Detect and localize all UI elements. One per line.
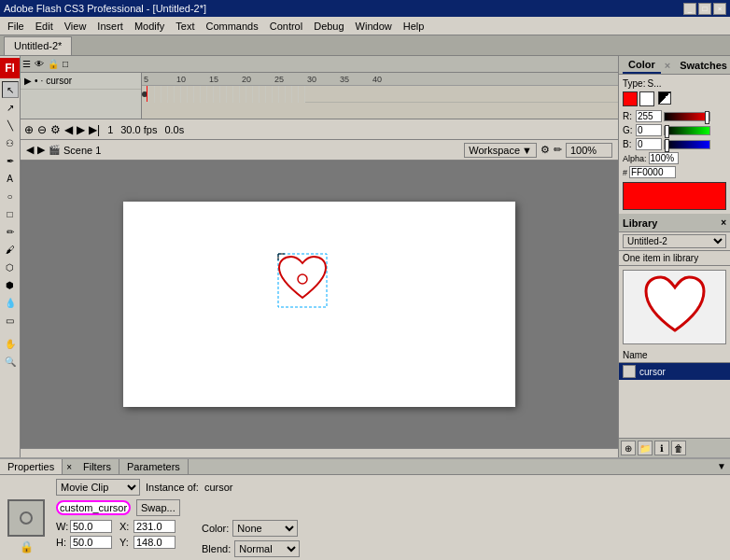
menu-text[interactable]: Text (170, 19, 200, 34)
tab-filters[interactable]: Filters (76, 459, 119, 474)
color-select[interactable]: None (232, 520, 298, 537)
alpha-input[interactable] (649, 152, 679, 164)
b-slider[interactable] (664, 140, 710, 149)
g-thumb[interactable] (665, 125, 669, 138)
cursor-heart-shape[interactable] (277, 253, 329, 309)
rect-tool[interactable]: □ (2, 205, 19, 222)
tab-parameters[interactable]: Parameters (119, 459, 189, 474)
props-tab-close-1[interactable]: × (63, 459, 76, 474)
frame-23[interactable] (286, 86, 292, 103)
r-slider[interactable] (664, 112, 710, 121)
delete-layer-icon[interactable]: ⊖ (37, 123, 47, 136)
lib-new-symbol-btn[interactable]: ⊕ (621, 441, 636, 455)
library-item-cursor[interactable]: cursor (619, 363, 730, 380)
lock-icon[interactable]: 🔒 (20, 540, 34, 553)
frame-8[interactable] (188, 86, 194, 103)
hex-input[interactable] (629, 166, 676, 178)
hand-tool[interactable]: ✋ (2, 335, 19, 352)
brush-tool[interactable]: 🖌 (2, 241, 19, 258)
lib-delete-btn[interactable]: 🗑 (671, 441, 686, 455)
back-icon[interactable]: ◀ (26, 144, 34, 156)
add-layer-icon[interactable]: ⊕ (24, 123, 34, 136)
text-tool[interactable]: A (2, 170, 19, 187)
menu-commands[interactable]: Commands (200, 19, 263, 34)
frame-2[interactable] (148, 86, 155, 103)
horizontal-scrollbar[interactable] (21, 448, 618, 457)
swatches-tab[interactable]: Swatches (674, 58, 730, 73)
frame-5[interactable] (168, 86, 175, 103)
menu-control[interactable]: Control (264, 19, 308, 34)
g-slider[interactable] (664, 126, 710, 135)
stage[interactable] (21, 161, 618, 448)
frame-12[interactable] (214, 86, 220, 103)
frame-20[interactable] (266, 86, 273, 103)
g-input[interactable] (636, 124, 662, 136)
ink-tool[interactable]: ⬢ (2, 276, 19, 293)
playhead[interactable] (147, 86, 147, 102)
frame-11[interactable] (207, 86, 214, 103)
layer-row-cursor[interactable]: ▶ • · cursor (21, 73, 141, 90)
arrow-tool[interactable]: ↖ (2, 81, 19, 98)
frame-19[interactable] (260, 86, 266, 103)
zoom-input[interactable] (566, 143, 612, 158)
lasso-tool[interactable]: ⚇ (2, 134, 19, 151)
menu-insert[interactable]: Insert (91, 19, 129, 34)
color-tab[interactable]: Color (623, 57, 661, 74)
blend-select[interactable]: Normal (234, 540, 300, 557)
frame-22[interactable] (279, 86, 286, 103)
layer-props-icon[interactable]: ⚙ (50, 123, 61, 136)
minimize-button[interactable]: _ (683, 3, 696, 15)
b-input[interactable] (636, 138, 662, 150)
lib-new-folder-btn[interactable]: 📁 (638, 441, 653, 455)
menu-debug[interactable]: Debug (308, 19, 349, 34)
prev-frame-icon[interactable]: ◀ (64, 123, 73, 136)
menu-view[interactable]: View (59, 19, 92, 34)
frame-17[interactable] (246, 86, 253, 103)
frame-7[interactable] (181, 86, 188, 103)
frame-24[interactable] (292, 86, 299, 103)
timeline-frame-icon[interactable]: □ (63, 59, 68, 69)
oval-tool[interactable]: ○ (2, 188, 19, 204)
b-thumb[interactable] (665, 139, 669, 152)
r-input[interactable] (636, 110, 662, 122)
menu-window[interactable]: Window (350, 19, 398, 34)
stroke-color-swatch[interactable] (623, 91, 638, 106)
r-thumb[interactable] (705, 111, 709, 124)
instance-name-input[interactable] (56, 500, 131, 515)
frame-9[interactable] (194, 86, 201, 103)
line-tool[interactable]: ╲ (2, 117, 19, 133)
frame-10[interactable] (201, 86, 207, 103)
title-buttons[interactable]: _ □ × (683, 3, 726, 15)
menu-help[interactable]: Help (398, 19, 430, 34)
eyedrop-tool[interactable]: 💧 (2, 294, 19, 311)
restore-button[interactable]: □ (698, 3, 711, 15)
play-icon[interactable]: ▶ (77, 123, 85, 136)
frame-4[interactable] (161, 86, 168, 103)
props-panel-collapse[interactable]: ▼ (713, 459, 730, 474)
h-input[interactable] (70, 536, 112, 549)
reset-color-icon[interactable] (658, 91, 671, 105)
workspace-dropdown[interactable]: Workspace ▼ (464, 143, 537, 158)
fill-color-swatch[interactable] (639, 91, 654, 106)
close-button[interactable]: × (713, 3, 726, 15)
menu-modify[interactable]: Modify (129, 19, 170, 34)
eraser-tool[interactable]: ▭ (2, 312, 19, 329)
frame-13[interactable] (220, 86, 227, 103)
library-file-select[interactable]: Untitled-2 (623, 234, 726, 248)
library-close-icon[interactable]: × (721, 217, 726, 228)
frame-21[interactable] (273, 86, 279, 103)
bucket-tool[interactable]: ⬡ (2, 259, 19, 275)
y-input[interactable] (133, 536, 175, 549)
edit-icon[interactable]: ✏ (554, 144, 562, 156)
menu-file[interactable]: File (2, 19, 30, 34)
swap-button[interactable]: Swap... (136, 499, 180, 516)
frame-6[interactable] (175, 86, 181, 103)
doc-tab-active[interactable]: Untitled-2* (4, 36, 72, 55)
frame-18[interactable] (253, 86, 260, 103)
pen-tool[interactable]: ✒ (2, 152, 19, 169)
zoom-tool[interactable]: 🔍 (2, 353, 19, 370)
layer-lock-icon[interactable]: · (41, 76, 44, 86)
frame-15[interactable] (233, 86, 240, 103)
forward-icon[interactable]: ▶ (37, 144, 45, 156)
timeline-eye-icon[interactable]: 👁 (35, 59, 44, 69)
